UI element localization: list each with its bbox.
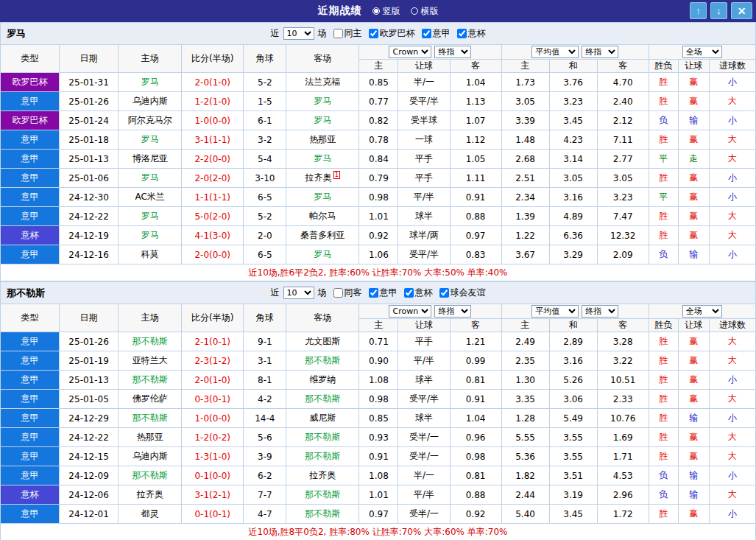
score[interactable]: 5-0(2-0)	[182, 207, 244, 226]
match-count-select[interactable]: 10	[283, 27, 314, 40]
avg-home: 1.82	[501, 466, 549, 485]
odds-handicap: 受半/一	[398, 428, 450, 447]
score[interactable]: 2-0(1-0)	[182, 371, 244, 390]
filter-controls: 近10场同客意甲意杯球会友谊	[271, 287, 486, 299]
match-row: 欧罗巴杯25-01-24阿尔克马尔1-0(0-0)6-1罗马0.82受半球1.0…	[1, 111, 756, 130]
filter-意甲[interactable]: 意甲	[369, 287, 398, 299]
avg-away: 10.76	[597, 409, 649, 428]
close-button[interactable]: ✕	[731, 2, 752, 19]
filter-球会友谊[interactable]: 球会友谊	[439, 287, 486, 299]
checkbox-欧罗巴杯[interactable]	[369, 29, 378, 38]
odds-final-select[interactable]: 终指	[434, 305, 471, 318]
avg-draw: 2.89	[549, 332, 597, 351]
score[interactable]: 0-1(0-1)	[182, 505, 244, 524]
odds-source-select[interactable]: Crown	[389, 305, 431, 318]
checkbox-label: 意杯	[415, 287, 433, 299]
odds-home: 1.01	[359, 485, 398, 505]
result-goals: 小	[709, 111, 755, 130]
filter-欧罗巴杯[interactable]: 欧罗巴杯	[369, 27, 415, 40]
score[interactable]: 1-3(1-0)	[182, 447, 244, 466]
filter-意杯[interactable]: 意杯	[457, 27, 486, 40]
score[interactable]: 3-1(1-1)	[182, 130, 244, 150]
score[interactable]: 1-0(0-0)	[182, 409, 244, 428]
checkbox-同主[interactable]	[333, 29, 343, 38]
scope-select[interactable]: 全场	[682, 46, 722, 58]
col-header-away: 客场	[286, 304, 359, 332]
avg-home: 1.28	[501, 409, 549, 428]
avg-select[interactable]: 平均值	[531, 46, 579, 58]
away-team: 罗马	[286, 111, 359, 130]
avg-final-select[interactable]: 终指	[582, 46, 618, 58]
layout-radio-horizontal[interactable]: 横版	[411, 5, 439, 18]
avg-draw: 3.45	[549, 111, 597, 130]
score[interactable]: 1-1(1-1)	[182, 188, 244, 207]
odds-source-select[interactable]: Crown	[389, 46, 431, 58]
score[interactable]: 2-0(1-0)	[182, 73, 244, 92]
score[interactable]: 4-1(3-0)	[182, 226, 244, 245]
scroll-up-button[interactable]: ↑	[690, 2, 707, 19]
scroll-down-button[interactable]: ↓	[710, 2, 727, 19]
match-row: 意甲24-12-22热那亚1-2(0-2)5-6那不勒斯0.93受半/一0.96…	[1, 428, 756, 447]
match-date: 24-12-29	[60, 409, 119, 428]
avg-home: 3.05	[501, 92, 549, 111]
result-handicap: 赢	[678, 351, 709, 371]
avg-select[interactable]: 平均值	[531, 305, 579, 318]
checkbox-同客[interactable]	[333, 288, 343, 298]
col-header-home: 主场	[119, 45, 182, 73]
avg-home: 2.51	[501, 169, 549, 188]
result-handicap: 走	[678, 150, 709, 169]
checkbox-意杯[interactable]	[457, 29, 467, 38]
score[interactable]: 1-2(0-2)	[182, 428, 244, 447]
col-header-date: 日期	[60, 304, 119, 332]
checkbox-意甲[interactable]	[369, 288, 378, 298]
scope-select[interactable]: 全场	[682, 305, 722, 318]
odds-final-select[interactable]: 终指	[434, 46, 471, 58]
filter-同客[interactable]: 同客	[333, 287, 362, 299]
match-row: 意甲24-12-09那不勒斯0-1(0-0)6-2拉齐奥1.08半/一0.811…	[1, 466, 756, 485]
checkbox-label: 意甲	[380, 287, 398, 299]
match-count-select[interactable]: 10	[283, 287, 314, 299]
score[interactable]: 1-0(0-0)	[182, 111, 244, 130]
avg-draw: 5.49	[549, 409, 597, 428]
score[interactable]: 0-3(0-1)	[182, 390, 244, 409]
odds-away: 0.88	[450, 207, 501, 226]
score[interactable]: 3-1(2-1)	[182, 485, 244, 505]
score[interactable]: 2-0(0-0)	[182, 245, 244, 264]
score[interactable]: 2-0(2-0)	[182, 169, 244, 188]
radio-label: 横版	[421, 5, 439, 18]
checkbox-球会友谊[interactable]	[439, 288, 449, 298]
filter-同主[interactable]: 同主	[333, 27, 362, 40]
match-type-badge: 意甲	[1, 390, 60, 409]
away-team-name: 那不勒斯	[305, 432, 340, 442]
match-date: 25-01-13	[60, 371, 119, 390]
team-name: 罗马	[7, 27, 26, 41]
match-row: 意甲25-01-26那不勒斯2-1(0-1)9-1尤文图斯0.71平手1.212…	[1, 332, 756, 351]
filter-意甲[interactable]: 意甲	[422, 27, 451, 40]
away-team-name: 那不勒斯	[305, 451, 340, 461]
checkbox-意甲[interactable]	[422, 29, 431, 38]
checkbox-label: 欧罗巴杯	[380, 27, 415, 40]
near-label: 近	[271, 27, 280, 40]
avg-final-select[interactable]: 终指	[582, 305, 618, 318]
score[interactable]: 2-2(0-0)	[182, 150, 244, 169]
odds-away: 0.92	[450, 505, 501, 524]
away-team: 法兰克福	[286, 73, 359, 92]
score[interactable]: 2-1(0-1)	[182, 332, 244, 351]
col-header-avg_draw: 和	[549, 60, 597, 73]
games-label: 场	[318, 287, 327, 299]
away-team: 尤文图斯	[286, 332, 359, 351]
layout-radio-vertical[interactable]: 竖版	[372, 5, 400, 18]
corner-score: 8-1	[244, 371, 286, 390]
result-handicap: 赢	[678, 92, 709, 111]
score[interactable]: 2-3(1-2)	[182, 351, 244, 371]
away-team: 那不勒斯	[286, 390, 359, 409]
away-team: 那不勒斯	[286, 428, 359, 447]
odds-away: 0.98	[450, 447, 501, 466]
match-date: 25-01-26	[60, 92, 119, 111]
result-handicap: 赢	[678, 447, 709, 466]
checkbox-意杯[interactable]	[404, 288, 414, 298]
odds-handicap: 半/一	[398, 466, 450, 485]
score[interactable]: 1-2(1-0)	[182, 92, 244, 111]
filter-意杯[interactable]: 意杯	[404, 287, 433, 299]
score[interactable]: 0-1(0-0)	[182, 466, 244, 485]
